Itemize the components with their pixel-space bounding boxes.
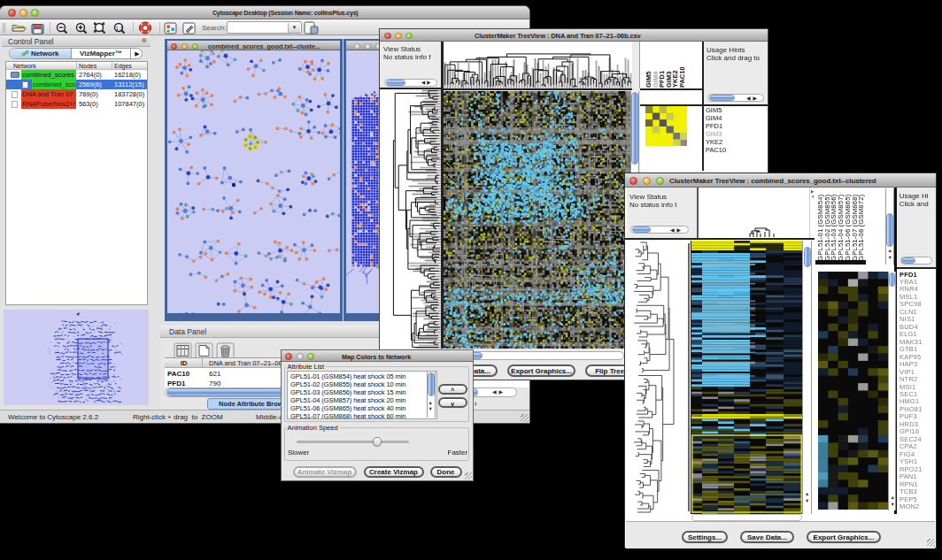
svg-text:1:1: 1:1 [116, 26, 124, 31]
